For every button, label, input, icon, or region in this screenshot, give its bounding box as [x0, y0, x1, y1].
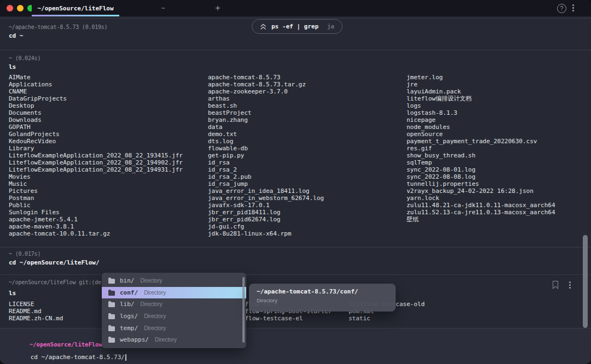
command-search-pill[interactable]: ps -ef | grep ja — [252, 19, 343, 34]
file-item: DataGripProjects — [9, 95, 183, 102]
active-tab-underline — [32, 15, 119, 16]
file-item: v2rayx_backup_24-02-2022 16:28.json — [407, 187, 555, 195]
file-item: Music — [9, 180, 183, 187]
file-item: res.gif — [407, 145, 555, 152]
file-item: openSource — [407, 131, 555, 138]
searched-command: ps -ef | grep — [271, 23, 322, 30]
file-item: id_rsa_2 — [208, 166, 324, 173]
traffic-lights — [7, 5, 34, 11]
help-icon[interactable]: ? — [557, 4, 566, 13]
autocomplete-item-logs[interactable]: logs/ Directory — [102, 310, 246, 322]
block-separator — [0, 247, 591, 248]
autocomplete-item-lib[interactable]: lib/ Directory — [102, 298, 246, 310]
file-item: 壁纸 — [407, 216, 555, 223]
autocomplete-type: Directory — [141, 301, 163, 307]
file-item: sync_2022-08-01.log — [407, 166, 555, 173]
autocomplete-item-conf[interactable]: conf/ Directory — [102, 287, 246, 299]
file-item: jdk-8u281-linux-x64.rpm — [208, 230, 324, 237]
ls-output-column: AIMateApplicationsCNAMEDataGripProjectsD… — [9, 74, 183, 237]
tab-label: ~ — [161, 5, 165, 12]
file-item: demo.txt — [208, 131, 324, 138]
autocomplete-dropdown: bin/ Directory conf/ Directory lib/ Dire… — [102, 273, 246, 348]
file-item: zulu11.52.13-ca-jre11.0.13-macosx_aarch6… — [407, 209, 555, 216]
file-item: tunnellij.properties — [407, 180, 555, 187]
dropdown-scrollbar[interactable] — [242, 277, 245, 343]
file-item: yarn.lock — [407, 195, 555, 202]
block-separator — [0, 18, 591, 19]
block-context: ~/openSource/liteFlow git:(de — [9, 279, 101, 285]
file-item: AIMate — [9, 74, 183, 81]
window-scrollbar-thumb[interactable] — [583, 235, 588, 328]
file-item: java_error_in_idea_18411.log — [208, 187, 324, 195]
terminal-window: ~/openSource/liteFlow ~ + ? ~/apache-tom… — [0, 0, 591, 364]
block-context: ~/apache-tomcat-8.5.73 (0.019s) — [9, 24, 107, 30]
file-item: get-pip.py — [208, 152, 324, 159]
autocomplete-item-temp[interactable]: temp/ Directory — [102, 322, 246, 334]
ls-output-column: apache-tomcat-8.5.73apache-tomcat-8.5.73… — [208, 74, 324, 237]
minimize-window-button[interactable] — [17, 5, 24, 11]
file-item: Postman — [9, 195, 183, 202]
ls-output-column: jmeter.logjrelayuiAdmin.packliteflow编排设计… — [407, 74, 555, 223]
window-menu-icon[interactable] — [572, 4, 574, 11]
file-item: liteflow编排设计文档 — [407, 95, 555, 102]
file-item: beast.sh — [208, 102, 324, 109]
file-item: Movies — [9, 173, 183, 180]
file-item: Sunlogin Files — [9, 209, 183, 216]
tab-home[interactable]: ~ — [119, 0, 207, 16]
file-item: README.zh-CN.md — [9, 315, 63, 322]
file-item: KedouRecVideo — [9, 138, 183, 145]
file-item: show_busy_thread.sh — [407, 152, 555, 159]
block-command: ls — [9, 290, 16, 297]
file-item: apache-jmeter-5.4.1 — [9, 216, 183, 223]
file-item: logs — [407, 102, 555, 109]
block-menu-icon[interactable] — [569, 281, 571, 289]
file-item: layuiAdmin.pack — [407, 88, 555, 95]
tab-label: ~/openSource/liteFlow — [37, 5, 113, 12]
autocomplete-name: logs/ — [120, 313, 138, 320]
bookmark-block-icon[interactable] — [552, 280, 559, 290]
file-item: id_rsa — [208, 159, 324, 166]
file-item: apache-tomcat-8.5.73.tar.gz — [208, 81, 324, 88]
file-item: CNAME — [9, 88, 183, 95]
folder-icon — [108, 302, 115, 307]
file-item: sqlTemp — [407, 159, 555, 166]
file-item: beastProject — [208, 109, 324, 116]
folder-icon — [108, 314, 115, 319]
autocomplete-item-webapps[interactable]: webapps/ Directory — [102, 334, 246, 346]
tab-liteflow[interactable]: ~/openSource/liteFlow — [32, 0, 119, 16]
tooltip-type: Directory — [257, 297, 388, 303]
block-separator — [0, 50, 591, 50]
file-item: Applications — [9, 81, 183, 88]
file-item: payment_t_payment_trade_20220630.csv — [407, 138, 555, 145]
file-item: Documents — [9, 109, 183, 116]
autocomplete-type: Directory — [141, 278, 163, 284]
autocomplete-name: temp/ — [120, 325, 138, 332]
file-item: jbr_err_pid62674.log — [208, 216, 324, 223]
block-command: ls — [9, 63, 16, 71]
block-context: ~ (0.024s) — [9, 55, 40, 61]
close-window-button[interactable] — [7, 5, 13, 11]
file-item: apache-tomcat-8.5.73 — [208, 74, 324, 81]
command-input[interactable]: cd ~/apache-tomcat-8.5.73/ — [9, 347, 126, 364]
tooltip-path: ~/apache-tomcat-8.5.73/conf/ — [257, 288, 388, 295]
text-cursor — [125, 354, 126, 361]
file-item: README.md — [9, 308, 63, 315]
block-command: cd ~ — [9, 32, 24, 39]
block-command: cd ~/openSource/liteFlow/ — [9, 259, 100, 266]
file-item: jmeter.log — [407, 74, 555, 81]
folder-icon — [108, 291, 115, 296]
file-item: zulu11.48.21-ca-jdk11.0.11-macosx_aarch6… — [407, 202, 555, 209]
file-item: apache-maven-3.8.1 — [9, 223, 183, 230]
ls-output-column: LICENSEREADME.mdREADME.zh-CN.md — [9, 301, 63, 322]
file-item: bryan.zhang — [208, 116, 324, 124]
autocomplete-item-bin[interactable]: bin/ Directory — [102, 275, 246, 287]
block-context: ~ (0.017s) — [9, 251, 40, 257]
file-item: javafx-sdk-17.0.1 — [208, 202, 324, 209]
autocomplete-name: webapps/ — [120, 336, 149, 343]
file-item: Library — [9, 145, 183, 152]
new-tab-button[interactable]: + — [207, 0, 229, 16]
file-item: LiteflowExampleApplication_2022_08_22_19… — [9, 159, 183, 166]
file-item: Desktop — [9, 102, 183, 109]
file-item: sync_2022-08-08.log — [407, 173, 555, 180]
autocomplete-type: Directory — [144, 290, 166, 296]
